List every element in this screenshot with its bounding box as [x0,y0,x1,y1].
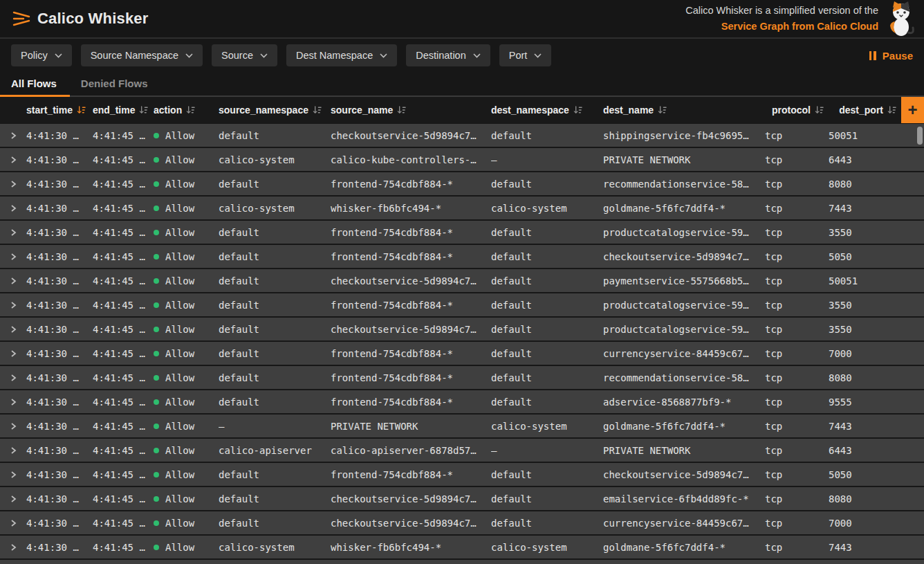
sort-icon [887,105,897,115]
row-expander[interactable] [0,276,26,286]
allow-status-dot-icon [154,302,159,308]
cell-protocol: tcp [765,493,829,504]
row-expander[interactable] [0,252,26,262]
flow-row[interactable]: 4:41:30 … 4:41:45 … Allow default checko… [0,487,924,510]
col-dest-namespace[interactable]: dest_namespace [491,104,603,116]
flow-row[interactable]: 4:41:30 … 4:41:45 … Allow default fronte… [0,390,924,413]
filter-destination[interactable]: Destination [406,44,490,66]
flows-list: 4:41:30 … 4:41:45 … Allow default checko… [0,123,924,564]
cell-dest-port: 5050 [829,251,901,262]
flow-row[interactable]: 4:41:30 … 4:41:45 … Allow calico-apiserv… [0,439,924,462]
cell-dest-name: emailservice-6fb4dd89fc-* [603,493,765,504]
row-expander[interactable] [0,179,26,189]
col-action[interactable]: action [154,104,219,116]
tab-all-flows[interactable]: All Flows [0,72,70,97]
row-expander[interactable] [0,397,26,407]
row-expander[interactable] [0,203,26,213]
flow-row[interactable]: 4:41:30 … 4:41:45 … Allow calico-system … [0,536,924,558]
col-source-name-label: source_name [331,104,393,116]
cell-source-namespace: default [219,493,331,504]
cell-source-name: frontend-754cdbf884-* [331,372,491,383]
row-expander[interactable] [0,349,26,358]
col-end-time[interactable]: end_time [93,104,154,116]
row-expander[interactable] [0,494,26,504]
row-expander[interactable] [0,373,26,383]
col-dest-port[interactable]: dest_port [829,104,901,116]
add-column-button[interactable]: + [901,97,924,123]
row-expander[interactable] [0,325,26,334]
row-expander[interactable] [0,300,26,310]
flow-row[interactable]: 4:41:30 … 4:41:45 … Allow – PRIVATE NETW… [0,415,924,437]
sort-icon-active [76,105,86,115]
filter-policy[interactable]: Policy [11,44,72,66]
scrollbar-thumb[interactable] [917,127,923,145]
cell-dest-port: 50051 [829,275,901,286]
flow-row[interactable]: 4:41:30 … 4:41:45 … Allow default fronte… [0,293,924,316]
action-label: Allow [165,154,194,165]
filter-buttons: Policy Source Namespace Source Dest Name… [11,44,551,66]
flow-row[interactable]: 4:41:30 … 4:41:45 … Allow default fronte… [0,366,924,389]
chevron-right-icon [10,276,17,286]
flow-row[interactable]: 4:41:30 … 4:41:45 … Allow default fronte… [0,221,924,244]
filter-policy-label: Policy [21,50,48,61]
filter-source[interactable]: Source [212,44,277,66]
flow-row[interactable]: 4:41:30 … 4:41:45 … Allow default fronte… [0,463,924,486]
flow-row[interactable]: 4:41:30 … 4:41:45 … Allow default checko… [0,511,924,534]
service-graph-link[interactable]: Service Graph from Calico Cloud [721,19,878,34]
cell-dest-name: PRIVATE NETWORK [603,154,765,165]
col-start-time[interactable]: start_time [26,104,93,116]
action-label: Allow [165,300,194,311]
col-source-namespace[interactable]: source_namespace [219,104,331,116]
row-expander[interactable] [0,131,26,140]
cell-dest-namespace: default [491,179,603,190]
row-expander[interactable] [0,155,26,165]
flow-row[interactable]: 4:41:30 … 4:41:45 … Allow default checko… [0,269,924,292]
flow-row[interactable]: 4:41:30 … 4:41:45 … Allow default fronte… [0,172,924,195]
flow-row[interactable]: 4:41:30 … 4:41:45 … Allow default checko… [0,318,924,340]
cell-source-namespace: default [219,251,331,262]
cell-action: Allow [154,227,219,238]
cell-start-time: 4:41:30 … [26,445,93,456]
action-label: Allow [165,348,194,359]
row-expander[interactable] [0,518,26,528]
filter-port[interactable]: Port [499,44,552,66]
col-action-label: action [154,104,182,116]
tab-denied-flows[interactable]: Denied Flows [70,72,161,97]
flow-row-partial[interactable] [0,560,924,564]
chevron-right-icon [10,494,17,504]
action-label: Allow [165,445,194,456]
flow-row[interactable]: 4:41:30 … 4:41:45 … Allow default checko… [0,124,924,147]
cell-start-time: 4:41:30 … [26,469,93,480]
flow-row[interactable]: 4:41:30 … 4:41:45 … Allow default fronte… [0,245,924,268]
cell-dest-namespace: default [491,493,603,504]
cell-source-name: frontend-754cdbf884-* [331,300,491,311]
cell-action: Allow [154,542,219,553]
filter-dest-namespace[interactable]: Dest Namespace [286,44,397,66]
filter-source-namespace[interactable]: Source Namespace [81,44,203,66]
cell-protocol: tcp [765,518,829,529]
cell-dest-namespace: default [491,251,603,262]
calico-cat-mascot-icon [885,1,917,37]
cell-dest-name: productcatalogservice-59… [603,300,765,311]
flow-row[interactable]: 4:41:30 … 4:41:45 … Allow default fronte… [0,342,924,365]
cell-start-time: 4:41:30 … [26,130,93,141]
cell-source-name: frontend-754cdbf884-* [331,227,491,238]
col-protocol[interactable]: protocol [765,104,829,116]
cell-dest-name: goldmane-5f6fc7ddf4-* [603,421,765,432]
action-label: Allow [165,372,194,383]
row-expander[interactable] [0,421,26,431]
app-title: Calico Whisker [37,10,149,28]
pause-button[interactable]: Pause [869,50,913,62]
row-expander[interactable] [0,470,26,480]
row-expander[interactable] [0,446,26,455]
flow-row[interactable]: 4:41:30 … 4:41:45 … Allow calico-system … [0,148,924,171]
cell-action: Allow [154,372,219,383]
row-expander[interactable] [0,543,26,552]
chevron-down-icon [534,53,542,58]
col-dest-name[interactable]: dest_name [603,104,765,116]
allow-status-dot-icon [154,472,159,477]
col-source-name[interactable]: source_name [331,104,491,116]
cell-action: Allow [154,469,219,480]
row-expander[interactable] [0,228,26,237]
flow-row[interactable]: 4:41:30 … 4:41:45 … Allow calico-system … [0,197,924,219]
